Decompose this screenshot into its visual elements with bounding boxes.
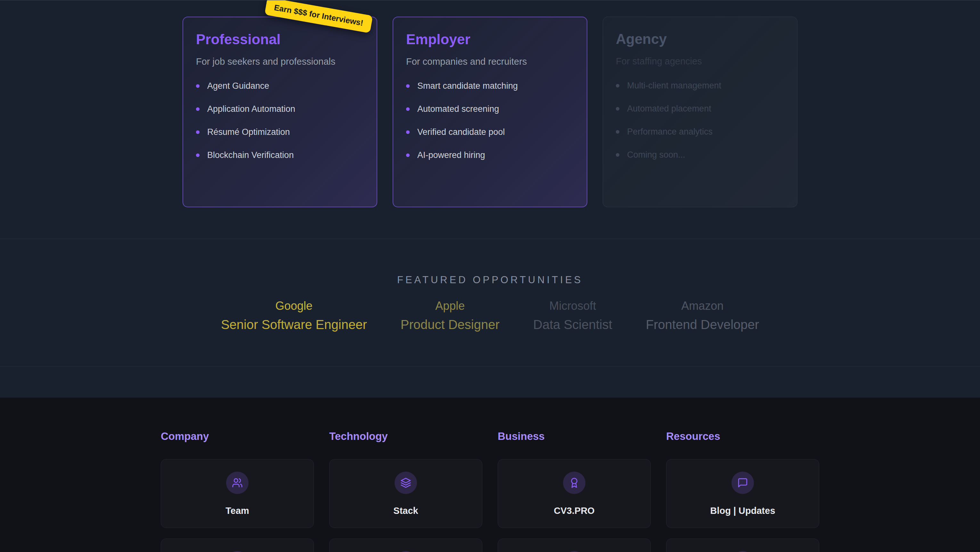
message-icon <box>737 477 748 488</box>
featured-job-amazon[interactable]: Amazon Frontend Developer <box>646 299 759 332</box>
bullet-dot-icon <box>616 130 619 134</box>
section-spacer <box>0 367 980 397</box>
plan-title: Employer <box>406 31 574 48</box>
footer-card-blog[interactable]: Blog | Updates <box>666 459 819 528</box>
users-icon <box>232 477 243 488</box>
feature-label: Résumé Optimization <box>207 127 290 137</box>
job-role: Product Designer <box>401 317 500 332</box>
feature-label: Application Automation <box>207 104 295 114</box>
bullet-dot-icon <box>406 131 410 134</box>
feature-label: Automated screening <box>417 104 499 114</box>
footer-column-company: Company Team <box>161 430 314 552</box>
bullet-dot-icon <box>616 84 619 88</box>
feature-item: Smart candidate matching <box>406 81 574 91</box>
feature-label: Multi-client management <box>627 81 721 91</box>
feature-item: Application Automation <box>196 104 364 114</box>
plan-card-agency: Agency For staffing agencies Multi-clien… <box>603 17 797 207</box>
plan-features: Multi-client management Automated placem… <box>616 81 784 160</box>
plan-card-professional[interactable]: Earn $$$ for Interviews! Professional Fo… <box>183 17 377 207</box>
footer-card-stack[interactable]: Stack <box>329 459 482 528</box>
plan-title: Professional <box>196 31 364 48</box>
job-role: Data Scientist <box>533 317 612 332</box>
featured-section: FEATURED OPPORTUNITIES Google Senior Sof… <box>0 239 980 367</box>
feature-label: Automated placement <box>627 104 711 114</box>
job-company: Amazon <box>681 299 724 313</box>
featured-job-apple[interactable]: Apple Product Designer <box>401 299 500 332</box>
feature-label: Agent Guidance <box>207 81 269 91</box>
feature-item: AI-powered hiring <box>406 150 574 161</box>
feature-item: Automated screening <box>406 104 574 114</box>
feature-item: Automated placement <box>616 104 784 114</box>
plan-features: Smart candidate matching Automated scree… <box>406 81 574 161</box>
feature-item: Performance analytics <box>616 127 784 137</box>
job-company: Microsoft <box>549 299 596 313</box>
plan-card-employer[interactable]: Employer For companies and recruiters Sm… <box>393 17 587 207</box>
footer-card-partial[interactable] <box>498 539 651 552</box>
featured-job-microsoft[interactable]: Microsoft Data Scientist <box>533 299 612 332</box>
job-role: Frontend Developer <box>646 317 759 332</box>
bullet-dot-icon <box>616 153 619 157</box>
footer-card-partial[interactable] <box>666 539 819 552</box>
icon-circle <box>226 472 248 494</box>
footer-column-heading: Company <box>161 430 314 442</box>
footer-column-technology: Technology Stack <box>329 430 482 552</box>
bullet-dot-icon <box>406 107 410 111</box>
feature-item: Verified candidate pool <box>406 127 574 137</box>
bullet-dot-icon <box>406 153 410 157</box>
job-role: Senior Software Engineer <box>221 317 367 332</box>
footer-column-heading: Resources <box>666 430 819 442</box>
page: Earn $$$ for Interviews! Professional Fo… <box>0 0 980 552</box>
feature-label: Smart candidate matching <box>417 81 518 91</box>
footer-column-heading: Technology <box>329 430 482 442</box>
footer: Company Team Technology <box>0 397 980 552</box>
earn-badge: Earn $$$ for Interviews! <box>264 0 373 34</box>
footer-card-cv3pro[interactable]: CV3.PRO <box>498 459 651 528</box>
feature-label: AI-powered hiring <box>417 150 485 160</box>
plan-features: Agent Guidance Application Automation Ré… <box>196 81 364 161</box>
feature-item: Multi-client management <box>616 81 784 91</box>
feature-item: Blockchain Verification <box>196 150 364 161</box>
feature-item: Agent Guidance <box>196 81 364 91</box>
feature-item: Coming soon... <box>616 150 784 160</box>
icon-circle <box>732 472 754 494</box>
icon-circle <box>563 472 585 494</box>
plan-subtitle: For staffing agencies <box>616 56 784 67</box>
plans-section: Earn $$$ for Interviews! Professional Fo… <box>0 0 980 239</box>
footer-column-resources: Resources Blog | Updates <box>666 430 819 552</box>
footer-columns: Company Team Technology <box>161 430 819 552</box>
footer-card-partial[interactable] <box>161 539 314 552</box>
feature-label: Verified candidate pool <box>417 127 505 137</box>
footer-column-business: Business CV3.PRO <box>498 430 651 552</box>
plans-row: Earn $$$ for Interviews! Professional Fo… <box>183 0 797 207</box>
featured-jobs-row: Google Senior Software Engineer Apple Pr… <box>0 299 980 332</box>
footer-card-partial[interactable] <box>329 539 482 552</box>
featured-heading: FEATURED OPPORTUNITIES <box>0 275 980 285</box>
feature-label: Performance analytics <box>627 127 713 137</box>
job-company: Google <box>275 299 313 313</box>
footer-column-heading: Business <box>498 430 651 442</box>
job-company: Apple <box>435 299 465 313</box>
bullet-dot-icon <box>196 131 199 134</box>
footer-card-label: Team <box>226 506 249 516</box>
plan-title: Agency <box>616 31 784 48</box>
bullet-dot-icon <box>196 107 199 111</box>
featured-job-google[interactable]: Google Senior Software Engineer <box>221 299 367 332</box>
feature-label: Blockchain Verification <box>207 150 294 160</box>
footer-card-label: Stack <box>393 506 418 516</box>
bullet-dot-icon <box>196 153 199 157</box>
bullet-dot-icon <box>196 84 199 88</box>
layers-icon <box>400 477 411 488</box>
plan-subtitle: For companies and recruiters <box>406 56 574 67</box>
icon-circle <box>395 472 417 494</box>
plan-subtitle: For job seekers and professionals <box>196 56 364 67</box>
award-icon <box>569 477 580 488</box>
footer-card-team[interactable]: Team <box>161 459 314 528</box>
feature-label: Coming soon... <box>627 150 686 160</box>
feature-item: Résumé Optimization <box>196 127 364 137</box>
footer-card-label: CV3.PRO <box>554 506 594 516</box>
footer-card-label: Blog | Updates <box>710 506 775 516</box>
bullet-dot-icon <box>406 84 410 88</box>
bullet-dot-icon <box>616 107 619 110</box>
